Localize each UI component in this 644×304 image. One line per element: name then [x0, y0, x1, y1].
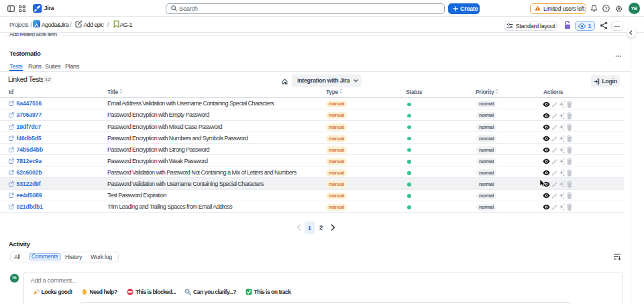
svg-text:?: ? — [605, 6, 608, 11]
